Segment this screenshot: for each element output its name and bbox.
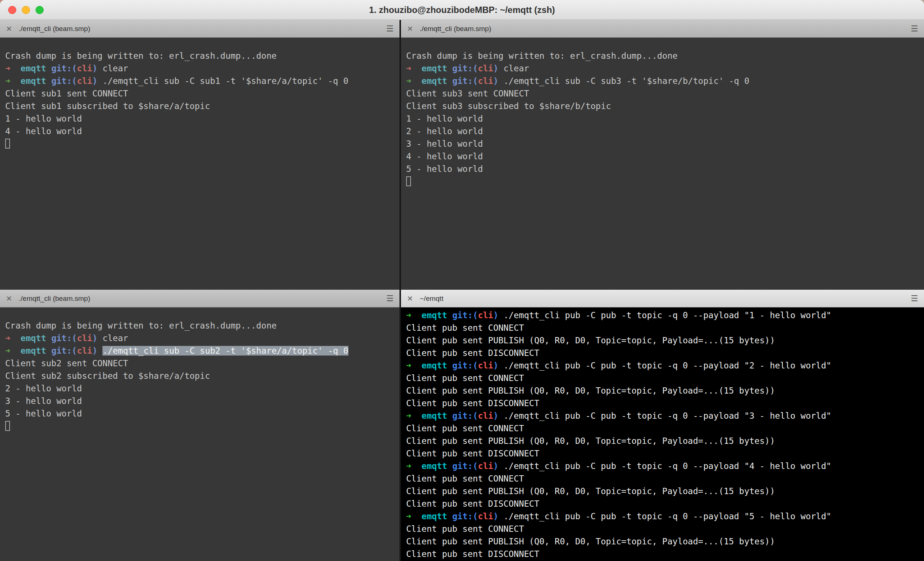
terminal-text-segment: ) <box>92 334 97 343</box>
terminal-line: Client sub1 subscribed to $share/a/topic <box>5 100 396 112</box>
terminal-text-segment: 3 - hello world <box>5 396 82 406</box>
prompt-arrow-icon: ➜ <box>5 346 10 356</box>
terminal-output[interactable]: Crash dump is being written to: erl_cras… <box>0 38 399 290</box>
terminal-line: Client pub sent CONNECT <box>406 422 920 435</box>
terminal-text-segment: ./emqtt_cli pub -C pub -t topic -q 0 --p… <box>498 361 831 370</box>
terminal-text-segment <box>411 411 422 420</box>
pane-menu-icon[interactable]: ☰ <box>386 25 394 33</box>
terminal-line: ➜ emqtt git:(cli) clear <box>5 332 396 344</box>
pane-tab-bar: ✕ ./emqtt_cli (beam.smp) ☰ <box>401 20 924 38</box>
close-pane-icon[interactable]: ✕ <box>6 25 12 33</box>
terminal-line: Client sub1 sent CONNECT <box>5 87 396 100</box>
terminal-text-segment <box>411 361 422 370</box>
terminal-output[interactable]: ➜ emqtt git:(cli) ./emqtt_cli pub -C pub… <box>401 307 924 561</box>
terminal-line: 5 - hello world <box>406 163 920 175</box>
close-pane-icon[interactable]: ✕ <box>407 25 413 33</box>
terminal-line <box>406 175 920 188</box>
close-pane-icon[interactable]: ✕ <box>407 295 413 302</box>
terminal-text-segment: Client pub sent CONNECT <box>406 524 524 534</box>
prompt-arrow-icon: ➜ <box>5 334 10 343</box>
pane-tab-title: ./emqtt_cli (beam.smp) <box>420 25 911 33</box>
terminal-text-segment <box>411 310 422 320</box>
terminal-line: Client pub sent PUBLISH (Q0, R0, D0, Top… <box>406 435 920 447</box>
terminal-line: Client pub sent DISCONNECT <box>406 397 920 410</box>
terminal-text-segment: cli <box>77 76 93 86</box>
pane-menu-icon[interactable]: ☰ <box>386 295 394 303</box>
terminal-text-segment: Client pub sent CONNECT <box>406 373 524 383</box>
terminal-text-segment <box>46 334 51 343</box>
terminal-text-segment: emqtt <box>422 76 447 86</box>
terminal-text-segment: emqtt <box>21 76 46 86</box>
terminal-text-segment <box>10 76 21 86</box>
terminal-text-segment: emqtt <box>422 361 447 370</box>
terminal-output[interactable]: Crash dump is being written to: erl_cras… <box>401 38 924 290</box>
terminal-text-segment: git:( <box>51 346 77 356</box>
prompt-arrow-icon: ➜ <box>406 76 411 86</box>
terminal-text-segment: ) <box>493 461 498 471</box>
terminal-line: Client pub sent CONNECT <box>406 522 920 535</box>
terminal-text-segment <box>411 76 422 86</box>
terminal-text-segment: cli <box>478 512 494 521</box>
terminal-line: Client pub sent CONNECT <box>406 372 920 384</box>
window-title-bar: 1. zhouzibo@zhouzibodeMBP: ~/emqtt (zsh) <box>0 0 924 20</box>
terminal-text-segment <box>46 346 51 356</box>
close-pane-icon[interactable]: ✕ <box>6 295 12 302</box>
terminal-text-segment: Client pub sent DISCONNECT <box>406 449 539 458</box>
terminal-text-segment: emqtt <box>21 334 46 343</box>
pane-tab-bar: ✕ ./emqtt_cli (beam.smp) ☰ <box>0 20 399 38</box>
pane-tab-title: ./emqtt_cli (beam.smp) <box>19 25 387 33</box>
terminal-pane-bottom-left: ✕ ./emqtt_cli (beam.smp) ☰ Crash dump is… <box>0 290 399 561</box>
terminal-text-segment: ./emqtt_cli sub -C sub3 -t '$share/b/top… <box>498 76 749 86</box>
prompt-arrow-icon: ➜ <box>406 461 411 471</box>
terminal-text-segment: cli <box>478 310 494 320</box>
terminal-text-segment: emqtt <box>21 346 46 356</box>
terminal-text-segment: git:( <box>51 64 77 73</box>
terminal-line: Client sub2 sent CONNECT <box>5 357 396 370</box>
terminal-text-segment: emqtt <box>422 411 447 420</box>
terminal-text-segment: git:( <box>51 334 77 343</box>
terminal-line: 4 - hello world <box>406 150 920 163</box>
terminal-line: 4 - hello world <box>5 125 396 138</box>
terminal-text-segment <box>447 512 452 521</box>
terminal-text-segment: Client pub sent CONNECT <box>406 423 524 433</box>
terminal-text-segment <box>10 346 21 356</box>
terminal-line: ➜ emqtt git:(cli) clear <box>406 62 920 75</box>
prompt-arrow-icon: ➜ <box>5 76 10 86</box>
terminal-text-segment <box>447 76 452 86</box>
terminal-line: ➜ emqtt git:(cli) ./emqtt_cli pub -C pub… <box>406 410 920 422</box>
terminal-text-segment: cli <box>77 346 93 356</box>
left-column: ✕ ./emqtt_cli (beam.smp) ☰ Crash dump is… <box>0 20 399 561</box>
terminal-output[interactable]: Crash dump is being written to: erl_cras… <box>0 307 399 561</box>
terminal-text-segment: emqtt <box>422 310 447 320</box>
pane-tab-title: ~/emqtt <box>420 295 911 303</box>
terminal-text-segment: clear <box>498 64 529 73</box>
terminal-text-segment: ./emqtt_cli sub -C sub1 -t '$share/a/top… <box>97 76 348 86</box>
terminal-text-segment: ) <box>493 512 498 521</box>
terminal-window: 1. zhouzibo@zhouzibodeMBP: ~/emqtt (zsh)… <box>0 0 924 561</box>
terminal-line: Client pub sent DISCONNECT <box>406 548 920 560</box>
terminal-text-segment: Client pub sent PUBLISH (Q0, R0, D0, Top… <box>406 537 775 546</box>
pane-grid: ✕ ./emqtt_cli (beam.smp) ☰ Crash dump is… <box>0 20 924 561</box>
terminal-line: ➜ emqtt git:(cli) ./emqtt_cli pub -C pub… <box>406 309 920 322</box>
terminal-line: Client sub3 subscribed to $share/b/topic <box>406 100 920 112</box>
prompt-arrow-icon: ➜ <box>406 64 411 73</box>
terminal-text-segment: Client sub1 sent CONNECT <box>5 89 128 98</box>
terminal-text-segment: Client sub1 subscribed to $share/a/topic <box>5 101 210 111</box>
terminal-text-segment <box>411 64 422 73</box>
terminal-text-segment: Client pub sent CONNECT <box>406 474 524 483</box>
window-title: 1. zhouzibo@zhouzibodeMBP: ~/emqtt (zsh) <box>0 0 924 20</box>
terminal-line: ➜ emqtt git:(cli) ./emqtt_cli pub -C pub… <box>406 460 920 472</box>
pane-menu-icon[interactable]: ☰ <box>910 295 918 303</box>
terminal-text-segment: emqtt <box>422 461 447 471</box>
terminal-line: Client pub sent PUBLISH (Q0, R0, D0, Top… <box>406 384 920 397</box>
terminal-text-segment: ./emqtt_cli pub -C pub -t topic -q 0 --p… <box>498 461 831 471</box>
pane-tab-title: ./emqtt_cli (beam.smp) <box>19 295 387 303</box>
terminal-text-segment: cli <box>478 411 494 420</box>
prompt-arrow-icon: ➜ <box>5 64 10 73</box>
terminal-text-segment: 4 - hello world <box>406 151 483 161</box>
terminal-line: Client pub sent CONNECT <box>406 472 920 485</box>
pane-menu-icon[interactable]: ☰ <box>910 25 918 33</box>
terminal-line: Client pub sent PUBLISH (Q0, R0, D0, Top… <box>406 485 920 497</box>
terminal-text-segment: Client pub sent CONNECT <box>406 323 524 333</box>
terminal-text-segment: Crash dump is being written to: erl_cras… <box>5 51 277 61</box>
